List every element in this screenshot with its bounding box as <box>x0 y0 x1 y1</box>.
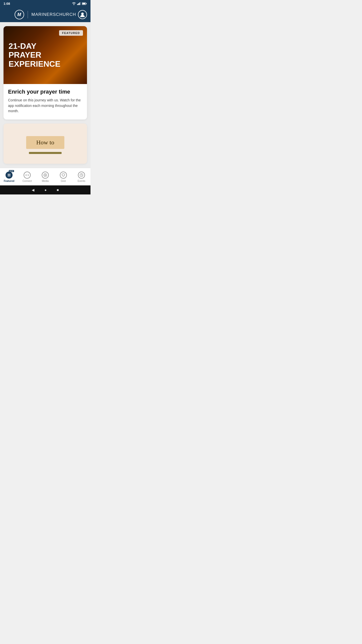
recents-button[interactable]: ■ <box>57 188 59 192</box>
nav-icon-give <box>60 172 67 179</box>
logo-divider <box>28 11 28 18</box>
nav-label-connect: Connect <box>22 180 32 182</box>
howto-label: How to <box>36 139 54 146</box>
nav-item-give[interactable]: Give <box>54 172 72 182</box>
nav-item-events[interactable]: Events <box>72 172 90 182</box>
home-button[interactable]: ● <box>44 188 47 192</box>
howto-card[interactable]: How to <box>4 124 87 164</box>
app-header: M MARINERSCHURCH <box>0 7 90 22</box>
logo: M MARINERSCHURCH <box>15 10 76 19</box>
back-button[interactable]: ◀ <box>32 188 34 192</box>
featured-description: Continue on this journey with us. Watch … <box>8 98 82 114</box>
featured-heading: Enrich your prayer time <box>8 89 82 95</box>
logo-circle: M <box>15 10 24 19</box>
svg-point-7 <box>81 13 84 15</box>
nav-label-media: Media <box>42 180 49 182</box>
bottom-nav: NEW Featured Connect Media Give <box>0 168 90 185</box>
featured-image: FEATURED 21-DAY PRAYER EXPERIENCE <box>4 26 87 84</box>
howto-underline <box>29 152 62 154</box>
nav-item-connect[interactable]: Connect <box>18 172 36 182</box>
howto-label-wrapper: How to <box>26 136 64 149</box>
svg-rect-2 <box>79 3 80 5</box>
wifi-icon <box>72 2 76 5</box>
nav-icon-featured: NEW <box>6 172 13 179</box>
svg-rect-5 <box>82 3 85 4</box>
status-bar: 1:08 <box>0 0 90 7</box>
nav-item-media[interactable]: Media <box>36 172 54 182</box>
nav-icon-events <box>78 172 85 179</box>
featured-badge: FEATURED <box>59 30 83 36</box>
featured-image-title: 21-DAY PRAYER EXPERIENCE <box>9 42 64 68</box>
nav-label-featured: Featured <box>4 180 14 182</box>
main-content: FEATURED 21-DAY PRAYER EXPERIENCE Enrich… <box>0 22 90 168</box>
status-icons <box>72 2 87 5</box>
featured-body: Enrich your prayer time Continue on this… <box>4 84 87 119</box>
nav-label-give: Give <box>61 180 66 182</box>
nav-icon-connect <box>24 172 31 179</box>
svg-rect-6 <box>86 3 87 4</box>
status-time: 1:08 <box>4 2 10 6</box>
battery-icon <box>82 2 87 5</box>
user-avatar[interactable] <box>78 10 87 19</box>
svg-rect-1 <box>78 3 79 5</box>
logo-text: MARINERSCHURCH <box>31 12 76 17</box>
svg-marker-9 <box>45 174 46 176</box>
nav-icon-media <box>42 172 49 179</box>
android-home-bar: ◀ ● ■ <box>0 185 90 194</box>
nav-item-featured[interactable]: NEW Featured <box>0 172 18 182</box>
new-badge: NEW <box>9 170 14 172</box>
svg-rect-3 <box>80 2 81 5</box>
nav-label-events: Events <box>78 180 85 182</box>
signal-icon <box>77 2 81 5</box>
featured-card[interactable]: FEATURED 21-DAY PRAYER EXPERIENCE Enrich… <box>4 26 87 119</box>
svg-rect-0 <box>77 4 78 5</box>
